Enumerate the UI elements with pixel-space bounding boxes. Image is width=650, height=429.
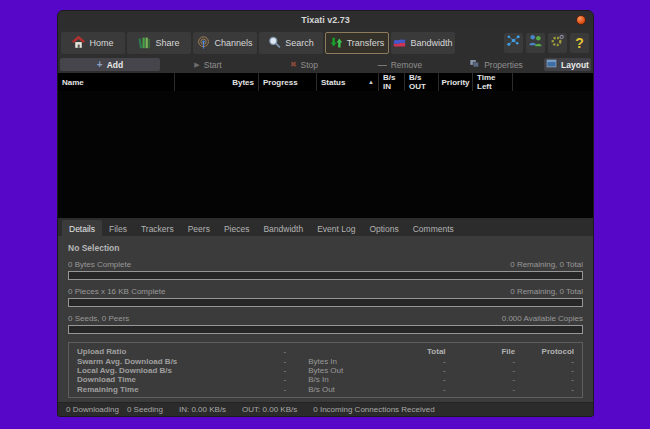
help-icon: ?: [575, 36, 584, 50]
bandwidth-icon: [393, 36, 406, 49]
tab-bandwidth[interactable]: Bandwidth: [256, 220, 310, 236]
stat-total: -: [391, 375, 446, 384]
stat-file: -: [446, 357, 516, 366]
search-label: Search: [285, 38, 314, 48]
stat-total: -: [391, 366, 446, 375]
transfer-list[interactable]: [58, 91, 593, 218]
column-header-status[interactable]: Status ▲: [317, 73, 379, 91]
stop-icon: ✖: [290, 60, 297, 69]
column-header-time-left[interactable]: Time Left: [473, 73, 513, 91]
stat-label: Remaining Time: [77, 385, 221, 394]
column-header-progress[interactable]: Progress: [259, 73, 317, 91]
channels-label: Channels: [214, 38, 252, 48]
properties-icon: [469, 58, 480, 71]
help-button[interactable]: ?: [570, 33, 589, 53]
transfers-label: Transfers: [347, 38, 385, 48]
tab-details[interactable]: Details: [62, 220, 102, 236]
tab-peers[interactable]: Peers: [181, 220, 217, 236]
remove-button[interactable]: — Remove: [352, 60, 448, 70]
stat-label-2: B/s In: [286, 375, 391, 384]
bandwidth-button[interactable]: Bandwidth: [391, 32, 455, 54]
remove-label: Remove: [391, 60, 423, 70]
tab-comments[interactable]: Comments: [406, 220, 461, 236]
home-label: Home: [89, 38, 113, 48]
gear-icon: [550, 33, 565, 52]
details-panel: No Selection 0 Bytes Complete 0 Remainin…: [58, 236, 593, 402]
network-status-button[interactable]: [504, 33, 523, 53]
detail-tabbar: Details Files Trackers Peers Pieces Band…: [58, 218, 593, 236]
bandwidth-label: Bandwidth: [410, 38, 452, 48]
column-header-priority[interactable]: Priority: [439, 73, 473, 91]
stats-row: Local Avg. Download B/s - Bytes Out - - …: [77, 366, 574, 375]
tixati-window: Tixati v2.73 Home Share Channels Search: [57, 10, 594, 417]
stat-value: -: [221, 357, 286, 366]
window-title: Tixati v2.73: [301, 15, 349, 25]
start-icon: ▶: [194, 61, 199, 69]
remove-icon: —: [378, 60, 387, 70]
transfers-icon: [330, 36, 343, 49]
tab-trackers[interactable]: Trackers: [134, 220, 181, 236]
share-button[interactable]: Share: [127, 32, 191, 54]
pieces-complete-label: 0 Pieces x 16 KB Complete: [68, 287, 165, 296]
tab-event-log[interactable]: Event Log: [310, 220, 362, 236]
column-header-spacer: [513, 73, 593, 91]
bytes-complete-label: 0 Bytes Complete: [68, 260, 131, 269]
home-button[interactable]: Home: [61, 32, 125, 54]
properties-button[interactable]: Properties: [448, 58, 544, 71]
layout-icon: [546, 58, 557, 71]
tab-options[interactable]: Options: [362, 220, 405, 236]
stats-col-file: File: [446, 347, 516, 356]
bytes-remaining-label: 0 Remaining, 0 Total: [510, 260, 583, 269]
downloading-count: 0 Downloading: [66, 405, 119, 414]
column-header-bs-in[interactable]: B/s IN: [379, 73, 405, 91]
stat-value: -: [221, 375, 286, 384]
stats-col-protocol: Protocol: [515, 347, 574, 356]
add-label: Add: [107, 60, 124, 70]
column-header-bs-out[interactable]: B/s OUT: [405, 73, 439, 91]
stat-label: Swarm Avg. Download B/s: [77, 357, 221, 366]
start-label: Start: [204, 60, 222, 70]
search-button[interactable]: Search: [259, 32, 323, 54]
network-nodes-icon: [506, 33, 521, 52]
stat-label-2: Bytes Out: [286, 366, 391, 375]
stop-label: Stop: [301, 60, 319, 70]
stats-row: Upload Ratio - Total File Protocol: [77, 347, 574, 356]
stat-protocol: -: [515, 385, 574, 394]
layout-button[interactable]: Layout: [544, 58, 591, 71]
column-header-bytes[interactable]: Bytes: [175, 73, 259, 91]
column-header-name[interactable]: Name: [58, 73, 175, 91]
sort-ascending-icon: ▲: [368, 79, 374, 85]
stat-protocol: -: [515, 375, 574, 384]
start-button[interactable]: ▶ Start: [160, 60, 256, 70]
transfer-table-header: Name Bytes Progress Status ▲ B/s IN B/s …: [58, 73, 593, 91]
pieces-remaining-label: 0 Remaining, 0 Total: [510, 287, 583, 296]
titlebar[interactable]: Tixati v2.73: [58, 11, 593, 29]
stats-row: Remaining Time - B/s Out - - -: [77, 385, 574, 394]
availability-bar: [68, 325, 583, 334]
stat-value: -: [221, 347, 286, 356]
toolbar-icon-group: ?: [504, 33, 589, 53]
action-toolbar: + Add ▶ Start ✖ Stop — Remove Properties: [58, 56, 593, 73]
stat-value: -: [221, 366, 286, 375]
tab-pieces[interactable]: Pieces: [217, 220, 257, 236]
add-button[interactable]: + Add: [60, 58, 160, 71]
stat-label-2: B/s Out: [286, 385, 391, 394]
bytes-complete-labels: 0 Bytes Complete 0 Remaining, 0 Total: [68, 260, 583, 269]
stat-label: Local Avg. Download B/s: [77, 366, 221, 375]
stat-label-2: Bytes In: [286, 357, 391, 366]
search-icon: [268, 36, 281, 49]
properties-label: Properties: [484, 60, 523, 70]
stat-value: -: [221, 385, 286, 394]
stats-row: Download Time - B/s In - - -: [77, 375, 574, 384]
seeding-count: 0 Seeding: [127, 405, 163, 414]
transfers-button[interactable]: Transfers: [325, 32, 389, 54]
stop-button[interactable]: ✖ Stop: [256, 60, 352, 70]
settings-button[interactable]: [548, 33, 567, 53]
share-icon: [138, 36, 151, 49]
close-button[interactable]: [576, 15, 586, 25]
channels-button[interactable]: Channels: [193, 32, 257, 54]
peers-button[interactable]: [526, 33, 545, 53]
tab-files[interactable]: Files: [102, 220, 134, 236]
stat-file: -: [446, 385, 516, 394]
main-toolbar: Home Share Channels Search Transfers Ban…: [58, 29, 593, 56]
